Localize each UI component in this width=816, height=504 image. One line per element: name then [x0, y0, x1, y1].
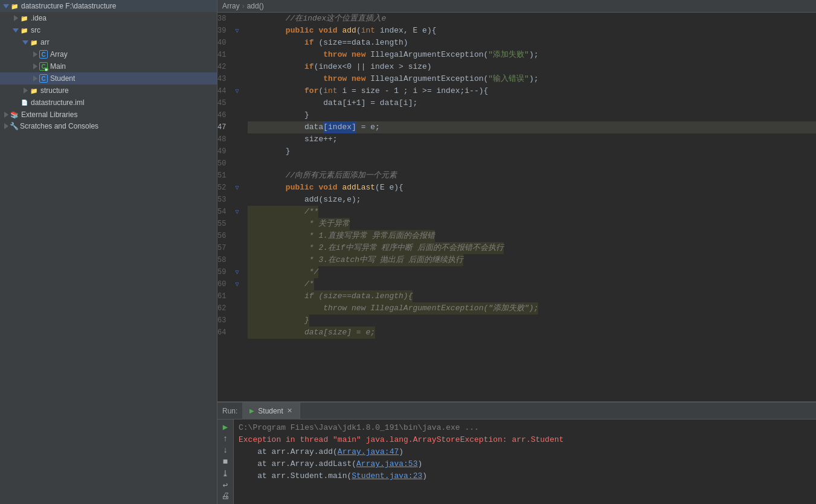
gutter-62 [231, 302, 243, 314]
sidebar-item-datastructure[interactable]: 📁 datastructure F:\datastructure [0, 0, 217, 12]
line-num-39: 39 [217, 25, 231, 37]
chevron-right-icon [31, 63, 39, 70]
sidebar-item-Main[interactable]: C▶ Main [0, 60, 217, 72]
comment-38: //在index这个位置直插入e [248, 13, 386, 25]
soft-wrap-button[interactable]: ↩ [219, 480, 232, 490]
no-chevron [12, 99, 19, 106]
folder-open-icon: 📁 [29, 37, 39, 47]
sidebar-item-label: Scratches and Consoles [20, 122, 98, 130]
line-num-59: 59 [217, 266, 231, 278]
print-button[interactable]: 🖨 [219, 491, 232, 502]
sidebar-item-Array[interactable]: C Array [0, 48, 217, 60]
run-tab-icon: ▶ [249, 407, 254, 414]
sidebar-item-label: structure [40, 86, 69, 95]
run-tab-student[interactable]: ▶ Student ✕ [242, 403, 300, 419]
folder-open-icon: 📁 [10, 1, 19, 11]
line-num-42: 42 [217, 61, 231, 73]
sidebar-item-label: arr [40, 38, 50, 46]
sidebar-item-label: Student [50, 74, 75, 83]
scroll-down-button[interactable]: ↓ [219, 445, 232, 455]
code-line-50 [248, 158, 816, 170]
run-content-area: ▶ ↑ ↓ ■ ⤓ ↩ 🖨 C:\Program Files\Java\jdk1… [217, 419, 816, 504]
code-content[interactable]: //在index这个位置直插入e public void add(int ind… [243, 13, 816, 401]
output-line-0: C:\Program Files\Java\jdk1.8.0_191\bin\j… [239, 422, 811, 434]
java-main-icon: C▶ [39, 62, 48, 71]
code-line-40: if (size==data.length) [248, 37, 816, 49]
line-num-57: 57 [217, 242, 231, 254]
fold-icon-52[interactable]: ▽ [235, 184, 239, 191]
line-num-55: 55 [217, 218, 231, 230]
chevron-down-icon [22, 39, 29, 46]
run-tab-close-button[interactable]: ✕ [287, 407, 292, 415]
link-student-23[interactable]: Student.java:23 [352, 471, 422, 480]
sidebar-item-label: Array [50, 50, 68, 59]
sidebar-item-external-libraries[interactable]: 📚 External Libraries [0, 109, 217, 121]
code-line-38: //在index这个位置直插入e [248, 13, 816, 25]
gutter-44: ▽ [231, 85, 243, 97]
code-line-57: * 2.在if中写异常 程序中断 后面的不会报错不会执行 [248, 242, 816, 254]
gutter-64 [231, 327, 243, 339]
gutter-48 [231, 133, 243, 145]
sidebar-item-scratches[interactable]: 🔧 Scratches and Consoles [0, 121, 217, 132]
line-num-61: 61 [217, 290, 231, 302]
fold-icon-54[interactable]: ▽ [235, 208, 239, 215]
scroll-up-button[interactable]: ↑ [219, 433, 232, 444]
editor-area: Array › add() 38 39 40 41 42 43 44 45 46 [217, 0, 816, 504]
line-num-52: 52 [217, 182, 231, 194]
gutter-51 [231, 170, 243, 182]
sidebar-item-structure[interactable]: 📁 structure [0, 85, 217, 97]
folder-open-icon: 📁 [19, 25, 29, 35]
code-line-46: } [248, 109, 816, 121]
line-num-41: 41 [217, 49, 231, 61]
line-num-46: 46 [217, 109, 231, 121]
gutter-61 [231, 290, 243, 302]
line-numbers: 38 39 40 41 42 43 44 45 46 47 48 49 50 5… [217, 13, 231, 401]
breadcrumb: Array › add() [217, 0, 816, 13]
sidebar-item-iml[interactable]: 📄 datastructure.iml [0, 97, 217, 109]
java-class-icon: C [39, 49, 48, 59]
run-button[interactable]: ▶ [219, 422, 232, 432]
sidebar-item-Student[interactable]: C Student [0, 72, 217, 85]
gutter-55 [231, 218, 243, 230]
gutter-49 [231, 145, 243, 158]
sidebar-item-idea[interactable]: 📁 .idea [0, 12, 217, 24]
link-array-47[interactable]: Array.java:47 [338, 447, 399, 456]
sidebar-item-src[interactable]: 📁 src [0, 24, 217, 36]
sidebar: 📁 datastructure F:\datastructure 📁 .idea… [0, 0, 217, 504]
gutter: ▽ ▽ ▽ ▽ [231, 13, 243, 401]
gutter-53 [231, 194, 243, 206]
fold-icon-39[interactable]: ▽ [235, 27, 239, 34]
code-line-51: //向所有元素后面添加一个元素 [248, 170, 816, 182]
code-editor[interactable]: 38 39 40 41 42 43 44 45 46 47 48 49 50 5… [217, 13, 816, 401]
code-line-41: throw new IllegalArgumentException("添加失败… [248, 49, 816, 61]
code-line-44: for(int i = size - 1 ; i >= index;i--){ [248, 85, 816, 97]
line-num-62: 62 [217, 302, 231, 314]
code-line-48: size++; [248, 133, 816, 145]
sidebar-item-label: datastructure.iml [31, 98, 85, 107]
gutter-54: ▽ [231, 206, 243, 218]
gutter-45 [231, 97, 243, 109]
link-array-53[interactable]: Array.java:53 [356, 459, 417, 468]
stop-button[interactable]: ■ [219, 456, 232, 467]
fold-icon-60[interactable]: ▽ [235, 281, 239, 288]
output-line-4: at arr.Student.main(Student.java:23) [239, 470, 811, 482]
gutter-52: ▽ [231, 182, 243, 194]
code-line-63: } [248, 314, 816, 327]
fold-icon-44[interactable]: ▽ [235, 88, 239, 95]
output-line-1: Exception in thread "main" java.lang.Arr… [239, 434, 811, 446]
fold-icon-59[interactable]: ▽ [235, 269, 239, 276]
folder-icon: 📁 [29, 86, 39, 95]
code-line-52: public void addLast(E e){ [248, 182, 816, 194]
run-output-content: C:\Program Files\Java\jdk1.8.0_191\bin\j… [239, 422, 811, 502]
line-num-53: 53 [217, 194, 231, 206]
code-line-62: throw new IllegalArgumentException("添加失败… [248, 302, 816, 314]
code-line-55: * 关于异常 [248, 218, 816, 230]
line-num-58: 58 [217, 254, 231, 266]
output-line-2: at arr.Array.add(Array.java:47) [239, 446, 811, 458]
sidebar-item-arr[interactable]: 📁 arr [0, 36, 217, 48]
chevron-right-icon [2, 111, 10, 118]
scroll-end-button[interactable]: ⤓ [219, 468, 232, 479]
line-num-48: 48 [217, 133, 231, 145]
line-num-64: 64 [217, 327, 231, 339]
code-line-64: data[size] = e; [248, 327, 816, 339]
